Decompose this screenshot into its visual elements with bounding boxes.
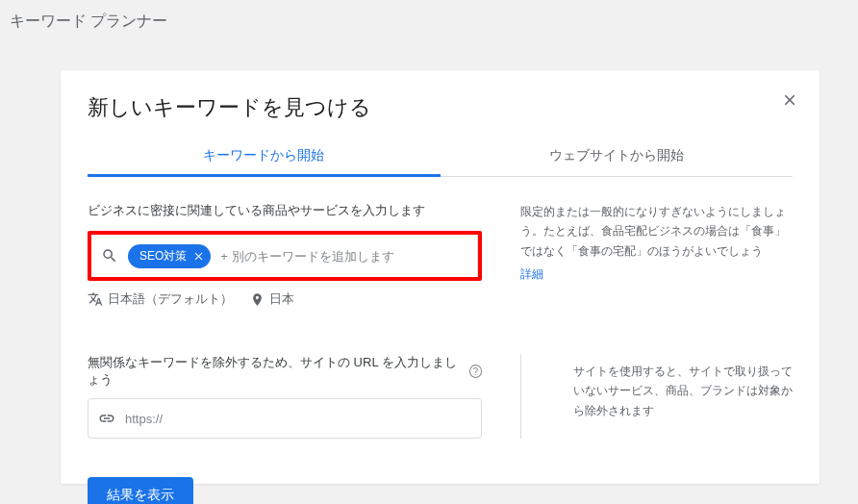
keyword-help-text: 限定的または一般的になりすぎないようにしましょう。たとえば、食品宅配ビジネスの場…	[520, 202, 793, 261]
keyword-section-label: ビジネスに密接に関連している商品やサービスを入力します	[88, 202, 482, 219]
url-section-label: 無関係なキーワードを除外するため、サイトの URL を入力しましょう	[88, 354, 464, 389]
url-help-text: サイトを使用すると、サイトで取り扱っていないサービス、商品、ブランドは対象から除…	[573, 362, 793, 420]
close-icon	[781, 91, 798, 109]
tab-keyword-start[interactable]: キーワードから開始	[88, 138, 441, 176]
keyword-chip[interactable]: SEO対策	[128, 244, 211, 268]
dialog-title: 新しいキーワードを見つける	[88, 93, 793, 122]
url-input-container[interactable]	[88, 398, 482, 439]
search-icon	[101, 247, 118, 265]
chip-remove-button[interactable]	[192, 250, 205, 263]
tabs: キーワードから開始 ウェブサイトから開始	[88, 138, 793, 177]
keyword-input-container[interactable]: SEO対策	[91, 235, 478, 277]
help-tooltip-button[interactable]: ?	[469, 365, 482, 378]
help-icon: ?	[473, 366, 479, 377]
url-input[interactable]	[125, 412, 471, 426]
translate-icon	[88, 291, 103, 307]
keyword-chip-label: SEO対策	[139, 248, 187, 265]
link-icon	[98, 410, 115, 427]
keyword-planner-dialog: 新しいキーワードを見つける キーワードから開始 ウェブサイトから開始 ビジネスに…	[61, 70, 820, 484]
language-label: 日本語（デフォルト）	[108, 290, 233, 308]
keyword-input[interactable]	[220, 249, 469, 264]
vertical-divider	[520, 354, 521, 439]
keyword-help-link[interactable]: 詳細	[520, 266, 543, 283]
location-icon	[250, 292, 265, 307]
app-title: キーワード プランナー	[0, 0, 858, 32]
language-selector[interactable]: 日本語（デフォルト）	[88, 290, 233, 308]
keyword-input-highlight: SEO対策	[88, 231, 482, 281]
close-button[interactable]	[781, 91, 798, 109]
tab-website-start[interactable]: ウェブサイトから開始	[441, 138, 794, 176]
show-results-button[interactable]: 結果を表示	[88, 477, 193, 504]
close-icon	[192, 250, 205, 263]
location-label: 日本	[269, 290, 294, 308]
location-selector[interactable]: 日本	[250, 290, 294, 308]
